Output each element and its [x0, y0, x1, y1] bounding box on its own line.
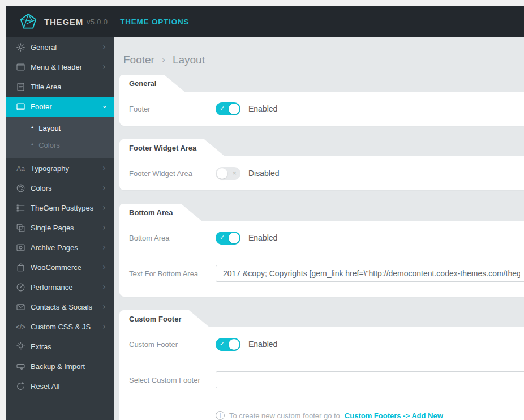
- toggle-knob: [229, 339, 239, 350]
- chevron-right-icon: ›: [102, 43, 106, 52]
- sidebar-item-custom-css-js[interactable]: </>Custom CSS & JS›: [6, 317, 114, 337]
- sidebar-item-reset-all[interactable]: Reset All: [6, 376, 114, 396]
- bottom-area-toggle-state: Enabled: [248, 233, 277, 242]
- sidebar-item-single-pages[interactable]: Single Pages›: [6, 218, 114, 238]
- sidebar-subitem-colors[interactable]: •Colors: [6, 136, 114, 153]
- sidebar-item-title-area[interactable]: Title Area: [6, 77, 114, 97]
- sidebar-item-label: Archive Pages: [31, 243, 102, 252]
- breadcrumb-current: Layout: [173, 54, 205, 66]
- sidebar-item-label: Footer: [31, 102, 102, 111]
- document-icon: [16, 82, 25, 92]
- sidebar-item-typography[interactable]: AaTypography›: [6, 158, 114, 178]
- list-icon: [16, 203, 25, 213]
- typography-icon: Aa: [16, 164, 25, 173]
- sidebar-item-label: Reset All: [31, 382, 106, 391]
- bottom-area-toggle-row: Bottom Area ✓ Enabled: [119, 221, 524, 255]
- archive-icon: [16, 243, 25, 252]
- gem-pentagon-icon: [19, 12, 37, 31]
- sidebar-menu: General›Menu & Header›Title AreaFooter›•…: [6, 37, 114, 420]
- sidebar-item-label: Performance: [31, 283, 102, 292]
- check-icon: ✓: [220, 234, 225, 241]
- section-general: General Footer ✓ Enabled: [119, 75, 524, 126]
- footer-toggle-state: Enabled: [248, 104, 277, 113]
- select-custom-footer-input[interactable]: [216, 371, 524, 388]
- chevron-right-icon: ›: [102, 63, 106, 71]
- chevron-down-icon: ›: [100, 105, 109, 109]
- breadcrumb-parent[interactable]: Footer: [123, 54, 154, 66]
- sidebar-item-label: Single Pages: [31, 224, 102, 232]
- bottom-area-text-label: Text For Bottom Area: [119, 269, 216, 278]
- info-icon: i: [216, 411, 225, 420]
- section-footer-widget-area: Footer Widget Area Footer Widget Area × …: [119, 139, 524, 190]
- chevron-right-icon: ›: [102, 164, 106, 173]
- sidebar-item-label: Backup & Import: [31, 362, 106, 371]
- breadcrumb: Footer › Layout: [114, 37, 524, 71]
- section-bottom-area: Bottom Area Bottom Area ✓ Enabled: [119, 204, 524, 297]
- custom-footers-add-new-link[interactable]: Custom Footers -> Add New: [345, 412, 443, 420]
- envelope-icon: [16, 302, 25, 312]
- breadcrumb-separator-icon: ›: [162, 55, 165, 65]
- sidebar-item-backup-import[interactable]: Backup & Import: [6, 357, 114, 376]
- theme-options-nav[interactable]: THEME OPTIONS: [120, 18, 189, 26]
- bottom-area-text-input[interactable]: [216, 265, 524, 282]
- custom-footer-toggle-row: Custom Footer ✓ Enabled: [119, 327, 524, 361]
- sidebar-item-label: TheGem Posttypes: [31, 204, 102, 212]
- sidebar-item-label: WooCommerce: [31, 263, 102, 272]
- custom-footer-toggle[interactable]: ✓: [216, 338, 240, 351]
- sidebar-submenu-footer: •Layout•Colors: [6, 117, 114, 158]
- sidebar-item-performance[interactable]: Performance›: [6, 277, 114, 297]
- code-icon: </>: [16, 322, 25, 332]
- palette-icon: [16, 183, 25, 193]
- sidebar-subitem-label: Layout: [38, 124, 61, 132]
- sidebar-item-label: Colors: [31, 184, 102, 192]
- section-footer-widget-area-title: Footer Widget Area: [119, 139, 204, 156]
- page: THEGEM v5.0.0 THEME OPTIONS General›Menu…: [0, 0, 524, 420]
- select-custom-footer-row: Select Custom Footer: [119, 361, 524, 398]
- bottom-area-toggle-label: Bottom Area: [119, 234, 216, 242]
- lightbulb-icon: [16, 342, 25, 352]
- chevron-right-icon: ›: [102, 303, 106, 311]
- sidebar-item-thegem-posttypes[interactable]: TheGem Posttypes›: [6, 198, 114, 218]
- x-icon: ×: [232, 169, 237, 177]
- footer-widget-area-toggle-row: Footer Widget Area × Disabled: [119, 156, 524, 190]
- sidebar-subitem-label: Colors: [38, 141, 60, 149]
- sidebar-item-menu-header[interactable]: Menu & Header›: [6, 57, 114, 77]
- custom-footer-toggle-label: Custom Footer: [119, 340, 216, 349]
- sidebar-subitem-layout[interactable]: •Layout: [6, 119, 114, 136]
- bullet-icon: •: [31, 124, 33, 132]
- brand-version: v5.0.0: [87, 18, 108, 26]
- bag-icon: [16, 263, 25, 272]
- speedometer-icon: [16, 282, 25, 292]
- sidebar-item-footer[interactable]: Footer›: [6, 97, 114, 117]
- select-custom-footer-label: Select Custom Footer: [119, 376, 216, 384]
- chevron-right-icon: ›: [102, 224, 106, 232]
- check-icon: ✓: [220, 340, 225, 348]
- sidebar-item-archive-pages[interactable]: Archive Pages›: [6, 238, 114, 258]
- sidebar-item-contacts-socials[interactable]: Contacts & Socials›: [6, 297, 114, 317]
- sidebar-item-label: Extras: [31, 342, 106, 351]
- footer-widget-area-label: Footer Widget Area: [119, 169, 216, 178]
- sidebar-item-colors[interactable]: Colors›: [6, 178, 114, 198]
- footer-toggle-label: Footer: [119, 105, 216, 113]
- custom-footer-note-row: i To create new custom footer go to Cust…: [119, 398, 524, 420]
- sidebar-item-extras[interactable]: Extras: [6, 337, 114, 357]
- toggle-knob: [229, 233, 239, 243]
- gear-icon: [16, 42, 25, 52]
- check-icon: ✓: [220, 105, 225, 112]
- section-bottom-area-title: Bottom Area: [119, 204, 181, 221]
- sidebar-item-label: General: [31, 43, 102, 52]
- top-bar: THEGEM v5.0.0 THEME OPTIONS: [6, 6, 524, 37]
- sidebar-item-general[interactable]: General›: [6, 37, 114, 57]
- chevron-right-icon: ›: [102, 204, 106, 212]
- chevron-right-icon: ›: [102, 263, 106, 272]
- sidebar-item-label: Custom CSS & JS: [31, 323, 102, 331]
- sidebar-item-woocommerce[interactable]: WooCommerce›: [6, 258, 114, 277]
- content-area: Footer › Layout General Footer ✓: [114, 37, 524, 420]
- footer-widget-area-toggle[interactable]: ×: [216, 167, 240, 180]
- sidebar-item-label: Typography: [31, 164, 102, 173]
- custom-footer-toggle-state: Enabled: [248, 340, 277, 349]
- bottom-area-text-row: Text For Bottom Area: [119, 255, 524, 292]
- footer-toggle[interactable]: ✓: [216, 102, 240, 115]
- sidebar-item-label: Contacts & Socials: [31, 303, 102, 311]
- bottom-area-toggle[interactable]: ✓: [216, 232, 240, 245]
